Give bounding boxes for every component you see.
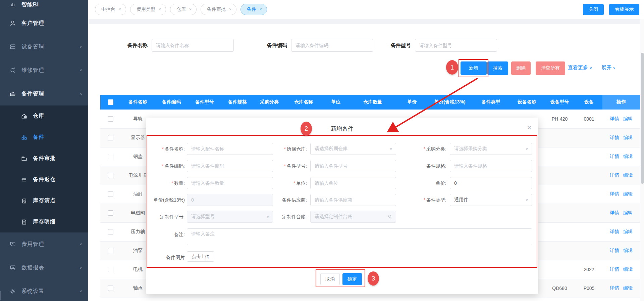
upload-button[interactable]: 点击上传: [187, 251, 214, 262]
unit-price-input[interactable]: [450, 177, 532, 189]
detail-link[interactable]: 详情: [610, 285, 619, 291]
close-tab-icon[interactable]: ×: [119, 7, 121, 12]
unit-label: 单位:: [265, 177, 307, 189]
row-checkbox-cell: [100, 241, 121, 260]
row-checkbox[interactable]: [108, 229, 113, 234]
row-checkbox[interactable]: [108, 267, 113, 272]
sidebar-item-备件管理[interactable]: 备件管理∧: [0, 82, 88, 105]
unit-input[interactable]: [310, 177, 396, 189]
close-tab-icon[interactable]: ×: [229, 7, 231, 12]
edit-link[interactable]: 编辑: [623, 116, 633, 121]
sidebar-item-备件[interactable]: 备件: [0, 127, 88, 148]
tab-费用类型[interactable]: 费用类型×: [130, 4, 166, 15]
search-group-part-model: 备件型号: [391, 39, 497, 52]
sidebar-item-备件返仓[interactable]: 备件返仓: [0, 169, 88, 190]
row-checkbox[interactable]: [108, 116, 113, 122]
tab-仓库[interactable]: 仓库×: [170, 4, 197, 15]
edit-link[interactable]: 编辑: [623, 172, 633, 178]
edit-link[interactable]: 编辑: [623, 229, 633, 234]
cancel-button[interactable]: 取消: [320, 273, 340, 285]
row-checkbox[interactable]: [108, 248, 113, 253]
edit-link[interactable]: 编辑: [623, 210, 633, 215]
sidebar-item-数据报表[interactable]: 数据报表∨: [0, 256, 88, 280]
part-name-search-input[interactable]: [152, 39, 234, 52]
sidebar-item-仓库[interactable]: 仓库: [0, 105, 88, 127]
tab-备件审批[interactable]: 备件审批×: [201, 4, 236, 15]
part-code-input[interactable]: [187, 160, 273, 172]
sidebar-item-库存明细[interactable]: 库存明细: [0, 211, 88, 232]
close-tab-icon[interactable]: ×: [159, 7, 161, 12]
warehouse-select[interactable]: 请选择所属仓库∨: [310, 143, 396, 155]
row-checkbox[interactable]: [108, 135, 113, 140]
detail-link[interactable]: 详情: [610, 229, 619, 234]
detail-link[interactable]: 详情: [610, 210, 619, 215]
sidebar-item-设备管理[interactable]: 设备管理∨: [0, 35, 88, 58]
purchase-category-label: 采购分类:: [403, 143, 446, 155]
part-model-input[interactable]: [310, 160, 396, 172]
detail-link[interactable]: 详情: [610, 248, 619, 253]
sidebar-item-维修管理[interactable]: 维修管理∨: [0, 58, 88, 82]
warehouse-icon: [21, 113, 28, 120]
edit-link[interactable]: 编辑: [623, 154, 633, 159]
cell-device_model: [544, 204, 576, 222]
supplier-input[interactable]: [310, 194, 396, 206]
edit-link[interactable]: 编辑: [623, 191, 633, 197]
unit-price-label: 单价:: [403, 177, 446, 189]
confirm-button[interactable]: 确定: [342, 273, 362, 285]
cell-device_model: PH-420: [544, 110, 576, 128]
row-checkbox[interactable]: [108, 173, 113, 178]
close-button[interactable]: 关闭: [583, 4, 604, 15]
page-scrollbar[interactable]: [640, 19, 644, 301]
chevron-down-icon: ∨: [525, 146, 528, 151]
row-actions-cell: 详情编辑: [602, 110, 640, 128]
board-display-button[interactable]: 看板展示: [609, 4, 639, 15]
sidebar-item-费用管理[interactable]: 费用管理∨: [0, 232, 88, 256]
close-tab-icon[interactable]: ×: [260, 7, 262, 12]
tab-备件[interactable]: 备件×: [240, 4, 267, 15]
add-button[interactable]: 新增: [461, 61, 487, 75]
page-scrollbar-thumb[interactable]: [641, 53, 644, 184]
edit-link[interactable]: 编辑: [623, 266, 633, 272]
close-icon[interactable]: ✕: [527, 124, 532, 131]
detail-link[interactable]: 详情: [610, 116, 619, 121]
remark-textarea[interactable]: [187, 228, 532, 245]
return-icon: [21, 176, 28, 183]
clear-all-button[interactable]: 清空所有: [536, 61, 565, 75]
row-checkbox-cell: [100, 279, 121, 298]
sidebar-item-系统设置[interactable]: 系统设置∨: [0, 280, 88, 301]
chevron-down-icon: ∨: [589, 66, 592, 70]
sidebar-item-备件审批[interactable]: 备件审批: [0, 148, 88, 169]
part-code-search-input[interactable]: [291, 39, 373, 52]
part-model-search-input[interactable]: [415, 39, 497, 52]
expand-link[interactable]: 展开 ∨: [601, 64, 615, 71]
detail-link[interactable]: 详情: [610, 172, 619, 178]
row-checkbox[interactable]: [108, 191, 113, 197]
select-all-checkbox[interactable]: [108, 99, 113, 105]
row-checkbox[interactable]: [108, 286, 113, 291]
detail-link[interactable]: 详情: [610, 135, 619, 140]
row-checkbox[interactable]: [108, 154, 113, 159]
edit-link[interactable]: 编辑: [623, 135, 633, 140]
part-name-input[interactable]: [187, 143, 273, 155]
row-checkbox[interactable]: [108, 210, 113, 216]
view-more-link[interactable]: 查看更多 ∨: [568, 64, 592, 71]
part-spec-input[interactable]: [450, 160, 532, 172]
sidebar-item-库存清点[interactable]: 库存清点: [0, 190, 88, 211]
stocktake-icon: [21, 197, 28, 205]
tab-中控台[interactable]: 中控台×: [95, 4, 126, 15]
detail-link[interactable]: 详情: [610, 266, 619, 272]
edit-link[interactable]: 编辑: [623, 285, 633, 291]
detail-link[interactable]: 详情: [610, 191, 619, 197]
close-tab-icon[interactable]: ×: [189, 7, 192, 12]
edit-link[interactable]: 编辑: [623, 248, 633, 253]
sidebar-item-智能BI[interactable]: 智能BI: [0, 0, 88, 11]
delete-button[interactable]: 删除: [511, 61, 531, 75]
sidebar-item-客户管理[interactable]: 客户管理: [0, 11, 88, 35]
row-checkbox-cell: [100, 147, 121, 166]
quantity-input[interactable]: [187, 177, 273, 189]
purchase-category-select[interactable]: 请选择采购分类∨: [450, 143, 532, 155]
sidebar-scrollbar-thumb[interactable]: [0, 291, 1, 300]
search-button[interactable]: 搜索: [487, 61, 508, 75]
part-type-select[interactable]: 通用件∨: [450, 194, 532, 206]
detail-link[interactable]: 详情: [610, 154, 619, 159]
